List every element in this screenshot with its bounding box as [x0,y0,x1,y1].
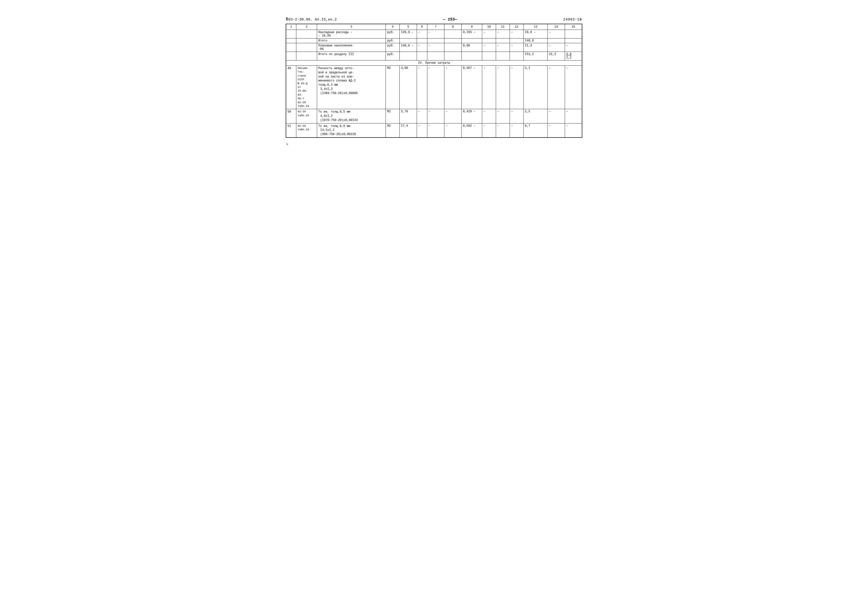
cell-14: – [548,43,565,52]
cell-10: – [482,30,496,39]
cell-5: I20,9 – [400,30,417,39]
cell-row51-11: – [496,123,510,138]
cell-12: – [510,30,523,39]
page-container: Г – 903-2-30.90. Ал.I5,кн.2 — 153— 24963… [286,17,582,147]
col-header-15: 15 [565,24,582,30]
cell-2 [296,52,317,60]
cell-row51-13: 8,7 [523,123,548,138]
cell-9: 0,I65 – [462,30,482,39]
cell-row50-7: – [427,109,444,123]
main-table: 1 2 3 4 5 6 7 8 9 10 11 12 13 14 15 [286,24,582,138]
cell-1 [286,39,296,43]
col-header-11: 11 [496,24,510,30]
underline-value: 3,8 [566,53,572,56]
cell-4: руб. [386,43,400,52]
table-row: Плановые накопления--8% руб. I40,8 – – –… [286,43,582,52]
cell-row49-8: – [444,66,462,109]
table-row: Накладные расходы –– I6,5% руб. I20,9 – … [286,30,582,39]
cell-13: I40,8 [523,39,548,43]
cell-row49-7: – [427,66,444,109]
section-header-cell: IV. Прочие затраты [286,60,582,66]
top-right-dash: – [580,17,582,22]
bottom-corner: └ [286,143,582,147]
cell-10 [482,52,496,60]
header-row: 1 2 3 4 5 6 7 8 9 10 11 12 13 14 15 [286,24,582,30]
col-header-7: 7 [427,24,444,30]
cell-row51-7: – [427,123,444,138]
cell-8 [444,52,462,60]
cell-10 [482,39,496,43]
cell-row49-12: – [510,66,523,109]
table-row: 5I 02-I0табл.I6 То же, толщ.0,8 мм I4,5х… [286,123,582,138]
page-number: — 153— [443,17,457,22]
cell-row50-6: – [417,109,427,123]
cell-15 [565,30,582,39]
cell-13: I9,9 – [523,30,548,39]
cell-15: – [565,43,582,52]
table-row: 50 02-I0табл.I6 То же, толщ.0,5 мм 4,8хI… [286,109,582,123]
col-header-14: 14 [548,24,565,30]
cell-12 [510,39,523,43]
cell-row50-14: – [548,109,565,123]
cell-5: I40,8 – [400,43,417,52]
cell-7 [427,39,444,43]
cell-row49-10: – [482,66,496,109]
cell-row51-15: – [565,123,582,138]
cell-row49-15: – [565,66,582,109]
cell-12: – [510,43,523,52]
cell-5 [400,39,417,43]
cell-row50-1: 50 [286,109,296,123]
cell-row49-2: ПисьмоГос-строяСССР№ 63-ДотI5.08.83.Пр-т… [296,66,317,109]
cell-row51-9: 0,502 – [462,123,482,138]
col-header-3: 3 [317,24,386,30]
cell-row50-5: 5,76 [400,109,417,123]
table-row: Итого по разделу III руб. I52,I 3I,2 3,8… [286,52,582,60]
cell-9: 0,08 [462,43,482,52]
cell-row51-10: – [482,123,496,138]
col-header-8: 8 [444,24,462,30]
cell-8 [444,43,462,52]
cell-3: Плановые накопления--8% [317,43,386,52]
cell-9 [462,52,482,60]
cell-4: руб. [386,52,400,60]
col-header-13: 13 [523,24,548,30]
cell-row51-2: 02-I0табл.I6 [296,123,317,138]
cell-row50-11: – [496,109,510,123]
header-line: 903-2-30.90. Ал.I5,кн.2 — 153— 24963-18 [286,17,582,22]
cell-6: – [417,43,427,52]
doc-number: 903-2-30.90. Ал.I5,кн.2 [286,17,337,22]
cell-5 [400,52,417,60]
cell-row51-3: То же, толщ.0,8 мм I4,5хI,2 (990-750-20)… [317,123,386,138]
cell-row49-3: Разность между опто- вой и предельной це… [317,66,386,109]
cell-11: – [496,43,510,52]
cell-row49-4: М2 [386,66,400,109]
cell-7: – [427,30,444,39]
cell-row51-14: – [548,123,565,138]
cell-2 [296,39,317,43]
cell-row50-10: – [482,109,496,123]
cell-6: – [417,30,427,39]
cell-row50-2: 02-I0табл.I6 [296,109,317,123]
cell-row51-4: М2 [386,123,400,138]
cell-7 [427,52,444,60]
top-corner-mark: Г [286,17,288,21]
cell-11 [496,39,510,43]
cell-4: руб. [386,30,400,39]
cell-1 [286,52,296,60]
table-row: Итого руб. I40,8 [286,39,582,43]
cell-row49-1: 49 [286,66,296,109]
cell-3: Итого [317,39,386,43]
cell-row50-3: То же, толщ.0,5 мм 4,8хI,2 (I070-750-20)… [317,109,386,123]
cell-row50-12: – [510,109,523,123]
cell-8 [444,39,462,43]
cell-6 [417,52,427,60]
cell-row49-6: – [417,66,427,109]
col-header-10: 10 [482,24,496,30]
cell-11: – [496,30,510,39]
cell-row51-6: – [417,123,427,138]
cell-2 [296,43,317,52]
cell-15: 3,8I,2 [565,52,582,60]
cell-row51-5: I7,4 [400,123,417,138]
cell-4: руб. [386,39,400,43]
cell-row51-8: – [444,123,462,138]
